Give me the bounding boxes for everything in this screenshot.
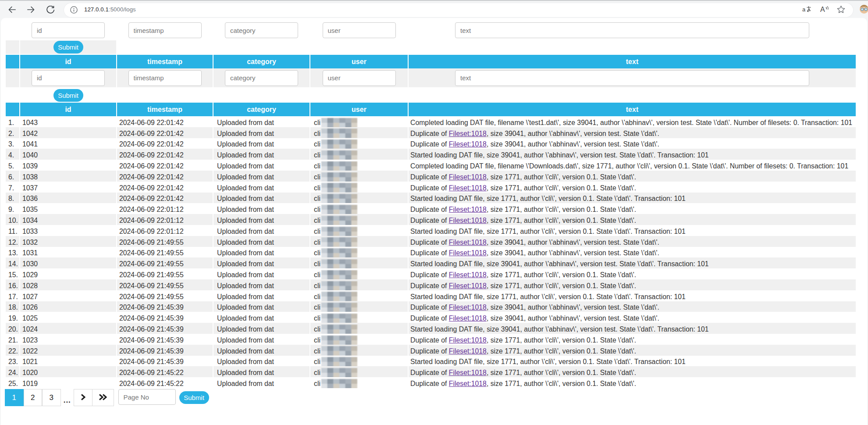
svg-text:A: A — [820, 6, 825, 13]
svg-text:a: a — [802, 6, 806, 13]
